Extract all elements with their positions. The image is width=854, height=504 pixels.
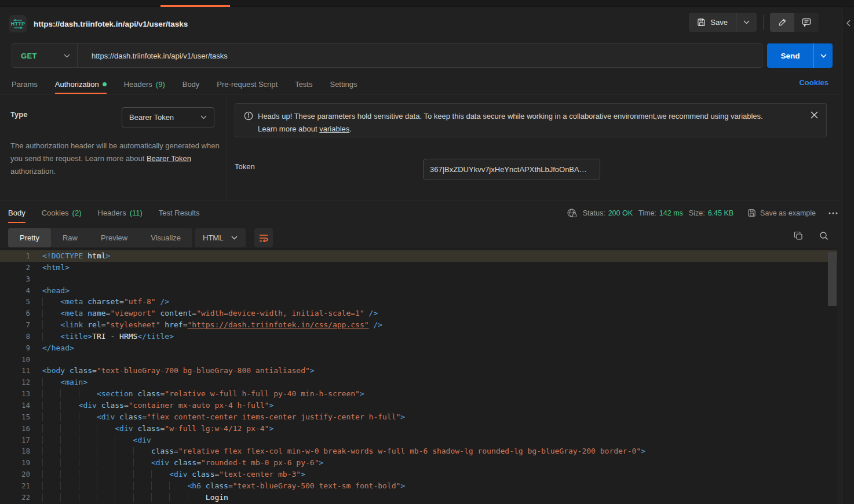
top-tab-strip (0, 0, 854, 7)
code-line: 4<head> (0, 285, 837, 297)
response-tab-headers[interactable]: Headers(11) (98, 203, 143, 223)
comment-button[interactable] (794, 13, 819, 32)
network-icon[interactable] (567, 208, 577, 218)
search-icon[interactable] (819, 231, 829, 240)
sensitive-data-banner: Heads up! These parameters hold sensitiv… (235, 103, 827, 137)
line-number: 13 (0, 388, 30, 400)
line-number: 21 (0, 480, 30, 492)
collapse-sidebar-icon[interactable] (846, 20, 851, 27)
response-view-row: Pretty Raw Preview Visualize HTML (8, 228, 273, 247)
pencil-icon (778, 18, 787, 27)
close-icon[interactable] (811, 111, 818, 119)
bearer-token-link[interactable]: Bearer Token (147, 154, 191, 163)
code-line: 17 <div (0, 434, 837, 446)
response-tabs: Body Cookies(2) Headers(11) Test Results (8, 203, 200, 222)
send-button-group: Send (767, 43, 833, 68)
cookies-link[interactable]: Cookies (799, 78, 829, 87)
code-line: 6 <meta name="viewport" content="width=d… (0, 308, 837, 319)
tab-params[interactable]: Params (12, 74, 38, 94)
code-line: 16 <div class="w-full lg:w-4/12 px-4"> (0, 423, 837, 434)
request-header: HTTP https://dash.triinfotek.in/api/v1/u… (0, 7, 842, 41)
save-icon (747, 209, 756, 217)
method-label: GET (21, 52, 37, 60)
line-number: 7 (0, 319, 30, 331)
code-line: 20 <div class="text-center mb-3"> (0, 469, 837, 480)
auth-type-select[interactable]: Bearer Token (122, 107, 214, 127)
code-content: 1<!DOCTYPE html>2<html>34<head>5 <meta c… (0, 250, 837, 503)
code-line: 5 <meta charset="utf-8" /> (0, 296, 837, 308)
line-number: 2 (0, 262, 30, 273)
rename-button[interactable] (770, 13, 794, 32)
auth-type-label: Type (10, 110, 27, 119)
copy-icon[interactable] (794, 231, 803, 240)
line-number: 1 (0, 250, 30, 262)
line-number: 16 (0, 423, 30, 434)
editor-scrollbar[interactable] (828, 252, 837, 306)
line-number: 18 (0, 445, 30, 457)
save-button[interactable]: Save (689, 13, 736, 32)
response-divider (0, 200, 842, 200)
method-selector[interactable]: GET (12, 52, 77, 60)
line-number: 3 (0, 273, 30, 285)
auth-configured-dot (103, 82, 107, 86)
code-line: 10 (0, 354, 837, 366)
line-number: 22 (0, 492, 30, 503)
line-number: 17 (0, 434, 30, 446)
tab-body[interactable]: Body (183, 74, 200, 94)
chevron-down-icon (231, 236, 238, 240)
save-button-label: Save (710, 18, 728, 27)
tab-headers[interactable]: Headers(9) (124, 74, 165, 94)
code-line: 13 <section class="relative w-full h-ful… (0, 388, 837, 400)
save-as-example-button[interactable]: Save as example (747, 209, 816, 217)
code-line: 22 Login (0, 492, 837, 503)
view-tab-raw[interactable]: Raw (51, 228, 89, 247)
send-dropdown-button[interactable] (814, 54, 833, 58)
format-select[interactable]: HTML (195, 228, 246, 247)
line-number: 14 (0, 400, 30, 411)
line-number: 11 (0, 365, 30, 377)
code-line: 11<body class="text-blueGray-700 bg-blue… (0, 365, 837, 377)
response-tab-cookies[interactable]: Cookies(2) (42, 203, 82, 223)
chevron-down-icon (200, 115, 207, 119)
code-line: 21 <h6 class="text-blueGray-500 text-sm … (0, 480, 837, 492)
request-title: https://dash.triinfotek.in/api/v1/user/t… (34, 20, 188, 28)
variables-link[interactable]: variables (319, 125, 349, 133)
edit-comment-group (770, 13, 819, 32)
response-tab-test-results[interactable]: Test Results (159, 203, 200, 223)
info-icon (244, 111, 253, 120)
view-mode-control: Pretty Raw Preview Visualize (8, 228, 192, 247)
wrap-text-icon (259, 234, 268, 242)
tab-tests[interactable]: Tests (295, 74, 312, 94)
line-number: 6 (0, 308, 30, 319)
line-number: 12 (0, 377, 30, 388)
code-line: 1<!DOCTYPE html> (0, 250, 837, 262)
send-button[interactable]: Send (767, 52, 813, 60)
header-divider (763, 15, 764, 30)
auth-description: The authorization header will be automat… (10, 140, 220, 178)
tab-pre-request-script[interactable]: Pre-request Script (217, 74, 278, 94)
tab-settings[interactable]: Settings (330, 74, 357, 94)
view-tab-preview[interactable]: Preview (89, 228, 139, 247)
line-number: 8 (0, 331, 30, 342)
url-input[interactable]: https://dash.triinfotek.in/api/v1/user/t… (78, 52, 762, 60)
code-line: 7 <link rel="stylesheet" href="https://d… (0, 319, 837, 331)
right-sidebar-rail (842, 7, 854, 504)
save-button-group: Save (689, 13, 757, 32)
code-line: 2<html> (0, 262, 837, 273)
status-badge: Status:200 OK (583, 209, 633, 217)
response-body-editor[interactable]: 1<!DOCTYPE html>2<html>34<head>5 <meta c… (0, 248, 837, 504)
wrap-line-button[interactable] (254, 228, 273, 247)
chevron-down-icon (64, 54, 70, 58)
time-badge: Time:142 ms (638, 209, 683, 217)
view-tab-pretty[interactable]: Pretty (8, 228, 51, 247)
comment-icon (802, 18, 811, 27)
code-line: 19 <div class="rounded-t mb-0 px-6 py-6"… (0, 457, 837, 469)
tab-authorization[interactable]: Authorization (55, 74, 107, 94)
view-tab-visualize[interactable]: Visualize (139, 228, 192, 247)
http-method-icon: HTTP (9, 15, 27, 32)
response-tab-body[interactable]: Body (8, 203, 25, 223)
token-input[interactable]: 367|BxZDUYkvv7jxHeYnctAPXthLbJfoOnBA… (423, 159, 600, 180)
save-dropdown-button[interactable] (736, 13, 757, 32)
code-line: 9</head> (0, 342, 837, 354)
more-options-icon[interactable] (829, 212, 838, 214)
